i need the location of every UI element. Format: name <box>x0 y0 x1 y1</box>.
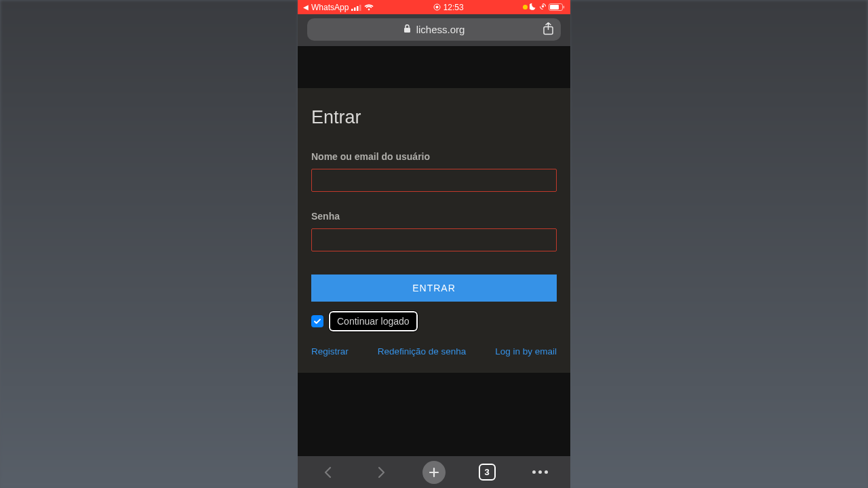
checkmark-icon <box>313 317 321 325</box>
background-blur-left <box>0 0 298 488</box>
browser-toolbar: 3 <box>298 456 570 488</box>
svg-rect-0 <box>351 9 353 11</box>
password-field-block: Senha <box>311 211 557 251</box>
ellipsis-icon <box>532 470 548 474</box>
remember-row: Continuar logado <box>311 311 557 331</box>
svg-rect-10 <box>404 28 410 33</box>
share-icon[interactable] <box>542 22 554 37</box>
status-back-to-app[interactable]: ◀ WhatsApp <box>303 3 374 12</box>
tabs-button[interactable]: 3 <box>472 458 502 487</box>
email-login-link[interactable]: Log in by email <box>495 346 557 357</box>
url-bar[interactable]: lichess.org <box>307 18 561 41</box>
password-label: Senha <box>311 211 557 222</box>
tab-count-badge: 3 <box>479 464 496 481</box>
back-triangle-icon: ◀ <box>303 3 309 11</box>
auth-links-row: Registrar Redefinição de senha Log in by… <box>311 346 557 357</box>
cell-signal-icon <box>351 4 361 11</box>
orientation-lock-icon <box>539 3 547 12</box>
site-header-strip <box>298 46 570 88</box>
browser-forward-button[interactable] <box>366 458 396 487</box>
status-bar: ◀ WhatsApp 12:53 <box>298 0 570 14</box>
chevron-left-icon <box>322 466 334 479</box>
username-input[interactable] <box>311 169 557 192</box>
page-title: Entrar <box>311 107 557 128</box>
battery-icon <box>549 3 565 11</box>
chevron-right-icon <box>375 466 387 479</box>
recording-indicator-icon <box>433 3 441 11</box>
username-field-block: Nome ou email do usuário <box>311 151 557 192</box>
back-app-label: WhatsApp <box>311 3 349 12</box>
login-form-panel: Entrar Nome ou email do usuário Senha EN… <box>298 88 570 373</box>
password-input[interactable] <box>311 228 557 251</box>
browser-chrome-top: lichess.org <box>298 14 570 46</box>
svg-rect-3 <box>359 5 361 11</box>
username-label: Nome ou email do usuário <box>311 151 557 162</box>
svg-rect-6 <box>542 5 544 7</box>
svg-rect-2 <box>357 6 359 11</box>
svg-rect-1 <box>354 7 356 11</box>
status-right-cluster <box>523 3 565 12</box>
privacy-dot-icon <box>523 5 528 9</box>
browser-menu-button[interactable] <box>525 458 555 487</box>
time-label: 12:53 <box>443 3 464 12</box>
plus-icon <box>428 466 440 479</box>
status-time: 12:53 <box>374 3 523 12</box>
page-below-fold <box>298 373 570 456</box>
moon-icon <box>530 3 537 12</box>
remember-label[interactable]: Continuar logado <box>329 311 418 331</box>
password-reset-link[interactable]: Redefinição de senha <box>378 346 467 357</box>
url-domain: lichess.org <box>416 24 465 35</box>
register-link[interactable]: Registrar <box>311 346 349 357</box>
submit-button[interactable]: ENTRAR <box>311 274 557 302</box>
svg-point-5 <box>435 6 438 9</box>
browser-back-button[interactable] <box>313 458 343 487</box>
new-tab-button[interactable] <box>419 458 449 487</box>
background-blur-right <box>570 0 868 488</box>
svg-rect-9 <box>564 6 565 9</box>
svg-rect-8 <box>550 5 559 9</box>
remember-checkbox[interactable] <box>311 315 323 327</box>
phone-frame: ◀ WhatsApp 12:53 <box>298 0 570 488</box>
wifi-icon <box>364 4 374 11</box>
lock-icon <box>403 24 411 35</box>
